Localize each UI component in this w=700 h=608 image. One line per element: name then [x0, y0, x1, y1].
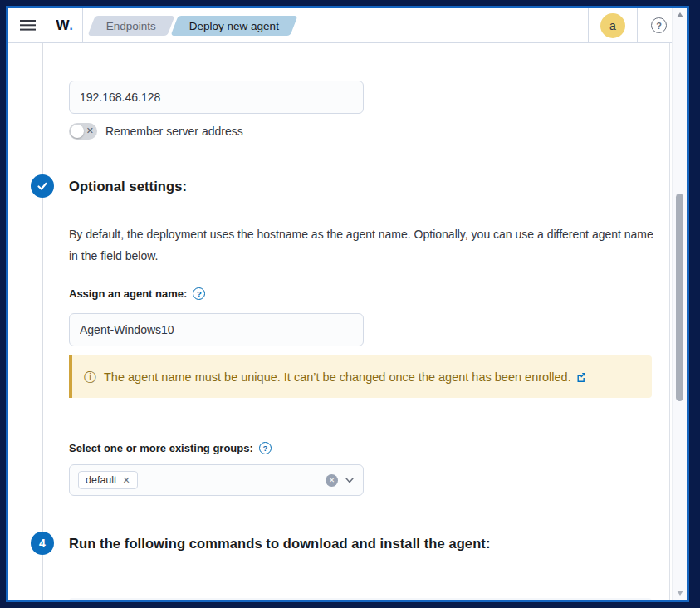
combobox-clear-button[interactable]: ✕ [326, 474, 338, 487]
panel-right-border [669, 43, 670, 600]
deploy-agent-wizard: ✕ Remember server address Optional setti… [8, 43, 687, 600]
groups-help-icon[interactable]: ? [259, 442, 272, 454]
divider [637, 8, 638, 42]
help-icon[interactable]: ? [651, 17, 667, 33]
server-address-input[interactable] [69, 81, 364, 114]
toggle-knob [71, 125, 84, 138]
breadcrumb: Endpoints Deploy new agent [91, 16, 294, 36]
external-link-icon[interactable] [576, 372, 586, 382]
step-check-badge [31, 174, 54, 198]
wazuh-logo[interactable]: W. [47, 17, 82, 34]
remember-server-row: ✕ Remember server address [69, 123, 243, 140]
groups-combobox[interactable]: default ✕ ✕ [69, 464, 364, 496]
chip-remove-icon[interactable]: ✕ [123, 475, 130, 486]
app-window: W. Endpoints Deploy new agent a ? ✕ [8, 8, 687, 600]
divider [82, 8, 83, 42]
info-icon: ⓘ [84, 370, 96, 383]
groups-label: Select one or more existing groups: [69, 442, 253, 454]
hamburger-icon [20, 20, 36, 31]
install-command-codeblock: Invoke-WebRequest -Uri https://packages.… [69, 598, 652, 600]
logo-dot: . [69, 17, 73, 33]
scrollbar-thumb[interactable] [676, 194, 683, 401]
agent-name-help-icon[interactable]: ? [193, 287, 205, 300]
top-navbar: W. Endpoints Deploy new agent a ? [8, 8, 687, 43]
callout-text: The agent name must be unique. It can’t … [104, 370, 586, 384]
group-chip-label: default [86, 474, 117, 486]
remember-server-label: Remember server address [105, 125, 243, 138]
optional-settings-description: By default, the deployment uses the host… [69, 223, 660, 267]
scroll-up-arrow-icon[interactable] [677, 12, 683, 17]
install-commands-title: Run the following commands to download a… [69, 536, 491, 552]
agent-name-label: Assign an agent name: [69, 287, 187, 300]
group-chip-default: default ✕ [78, 471, 138, 489]
breadcrumb-label: Deploy new agent [189, 19, 279, 32]
toggle-off-icon: ✕ [86, 126, 94, 135]
chevron-down-icon[interactable] [345, 475, 355, 485]
user-avatar[interactable]: a [600, 13, 625, 38]
divider [588, 8, 589, 42]
stepper-connector-line [42, 43, 43, 600]
agent-name-callout: ⓘ The agent name must be unique. It can’… [69, 355, 652, 398]
logo-text: W [56, 17, 70, 33]
panel-left-border [17, 43, 17, 600]
breadcrumb-deploy-new-agent[interactable]: Deploy new agent [170, 16, 297, 36]
agent-name-label-row: Assign an agent name: ? [69, 287, 205, 300]
groups-label-row: Select one or more existing groups: ? [69, 442, 272, 454]
optional-settings-title: Optional settings: [69, 179, 187, 194]
menu-button[interactable] [8, 8, 47, 42]
vertical-scrollbar[interactable] [672, 8, 687, 600]
scroll-down-arrow-icon[interactable] [677, 591, 683, 596]
breadcrumb-label: Endpoints [106, 19, 156, 32]
check-icon [37, 180, 48, 192]
breadcrumb-endpoints[interactable]: Endpoints [87, 16, 174, 36]
step-4-badge: 4 [31, 532, 54, 555]
remember-server-toggle[interactable]: ✕ [69, 123, 97, 140]
agent-name-input[interactable] [69, 313, 364, 346]
